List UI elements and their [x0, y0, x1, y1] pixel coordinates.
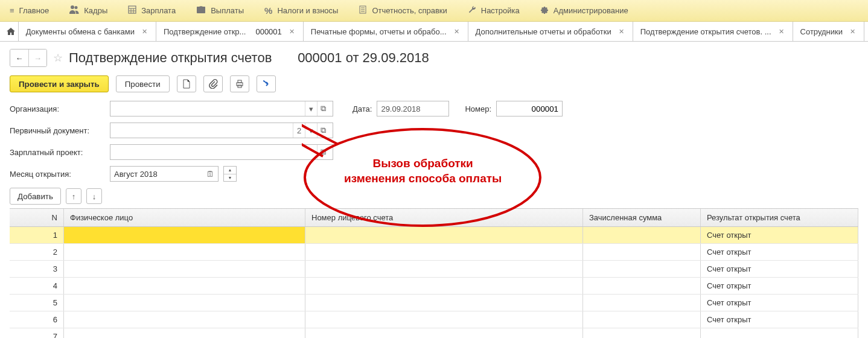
- th-person[interactable]: Физическое лицо: [64, 209, 305, 226]
- close-icon[interactable]: ✕: [617, 27, 625, 37]
- move-up-button[interactable]: ↑: [66, 188, 81, 204]
- menu-item-salary[interactable]: Зарплата: [124, 3, 179, 18]
- table-header: N Физическое лицо Номер лицевого счета З…: [10, 209, 858, 227]
- accounts-table: N Физическое лицо Номер лицевого счета З…: [10, 208, 858, 338]
- percent-icon: %: [264, 5, 272, 16]
- post-button[interactable]: Провести: [116, 75, 170, 92]
- cell-account: [305, 295, 583, 311]
- cell-result: Счет открыт: [701, 244, 858, 260]
- table-row[interactable]: 1Счет открыт: [10, 227, 858, 244]
- table-row[interactable]: 2Счет открыт: [10, 244, 858, 261]
- calculator-icon: [128, 5, 136, 16]
- process-arrow-icon-button[interactable]: [257, 75, 276, 92]
- spinner-up-icon[interactable]: ▲: [224, 167, 236, 174]
- open-ref-icon[interactable]: ⧉: [317, 101, 329, 116]
- tab-employees[interactable]: Сотрудники ✕: [793, 22, 864, 41]
- salary-project-label: Зарплатный проект:: [10, 148, 105, 157]
- cell-account: [305, 244, 583, 260]
- close-icon[interactable]: ✕: [849, 27, 857, 37]
- document-add-icon-button[interactable]: [177, 75, 196, 92]
- close-icon[interactable]: ✕: [453, 27, 461, 37]
- cell-sum: [583, 261, 701, 277]
- dropdown-icon[interactable]: ▾: [305, 101, 317, 116]
- menu-item-label: Кадры: [84, 6, 107, 15]
- menu-item-personnel[interactable]: Кадры: [66, 3, 111, 18]
- month-open-row: Месяц открытия: Август 2018 🗓 ▲ ▼: [10, 166, 858, 182]
- add-button[interactable]: Добавить: [10, 188, 61, 205]
- org-field[interactable]: ▾ ⧉: [110, 101, 333, 116]
- post-and-close-button[interactable]: Провести и закрыть: [10, 75, 109, 92]
- tab-additional-processing[interactable]: Дополнительные отчеты и обработки ✕: [468, 22, 633, 41]
- cell-person: [64, 227, 305, 243]
- close-icon[interactable]: ✕: [141, 27, 148, 37]
- action-row: Провести и закрыть Провести: [10, 75, 858, 92]
- open-ref-icon[interactable]: ⧉: [317, 145, 329, 159]
- table-row[interactable]: 6Счет открыт: [10, 311, 858, 328]
- close-icon[interactable]: ✕: [777, 27, 785, 37]
- nav-title-row: ← → ☆ Подтверждение открытия счетов 0000…: [10, 49, 858, 67]
- tab-print-forms[interactable]: Печатные формы, отчеты и обрабо... ✕: [304, 22, 468, 41]
- attach-icon-button[interactable]: [203, 75, 223, 92]
- cell-n: 7: [10, 328, 64, 338]
- nav-back-button[interactable]: ←: [10, 49, 28, 66]
- spinner-down-icon[interactable]: ▼: [224, 174, 236, 182]
- cell-person: [64, 244, 305, 260]
- table-row[interactable]: 4Счет открыт: [10, 278, 858, 295]
- menu-item-label: Отчетность, справки: [372, 6, 447, 15]
- print-icon-button[interactable]: [230, 75, 249, 92]
- tab-documents-exchange[interactable]: Документы обмена с банками ✕: [19, 22, 156, 41]
- salary-project-field[interactable]: ⧉: [110, 144, 333, 160]
- org-label: Организация:: [10, 104, 105, 113]
- number-field[interactable]: [496, 101, 563, 116]
- tab-confirmation-open[interactable]: Подтверждение откр... 000001 ✕: [156, 22, 304, 41]
- move-down-button[interactable]: ↓: [86, 188, 102, 204]
- menu-item-settings[interactable]: Настройка: [464, 3, 523, 18]
- tab-number: 000001: [255, 27, 281, 36]
- table-row[interactable]: 5Счет открыт: [10, 295, 858, 311]
- th-result[interactable]: Результат открытия счета: [701, 209, 858, 226]
- primary-doc-field[interactable]: 2 ▾ ⧉: [110, 123, 333, 138]
- th-n[interactable]: N: [10, 209, 64, 226]
- content-area: Вызов обработки изменения способа оплаты…: [0, 42, 868, 338]
- cell-account: [305, 328, 583, 338]
- th-sum[interactable]: Зачисленная сумма: [583, 209, 701, 226]
- cell-result: Счет открыт: [701, 295, 858, 311]
- nav-buttons: ← →: [10, 49, 47, 67]
- menu-item-payments[interactable]: Выплаты: [193, 3, 247, 18]
- menu-item-taxes[interactable]: % Налоги и взносы: [261, 3, 342, 18]
- dropdown-icon[interactable]: ▾: [305, 123, 317, 138]
- cell-sum: [583, 278, 701, 294]
- gear-icon: [540, 5, 549, 16]
- cell-result: Счет открыт: [701, 311, 858, 328]
- cell-sum: [583, 295, 701, 311]
- cell-person: [64, 295, 305, 311]
- table-toolbar: Добавить ↑ ↓: [10, 188, 858, 205]
- tab-confirmation-accounts[interactable]: Подтверждение открытия счетов. ... ✕: [633, 22, 793, 41]
- month-value: Август 2018: [114, 170, 158, 179]
- month-spinner[interactable]: ▲ ▼: [223, 166, 237, 182]
- number-label: Номер:: [465, 104, 491, 113]
- home-tab[interactable]: [4, 22, 19, 41]
- menu-item-admin[interactable]: Администрирование: [537, 3, 632, 18]
- tab-label: Подтверждение откр...: [164, 27, 246, 36]
- table-row[interactable]: 7: [10, 328, 858, 338]
- menu-item-main[interactable]: ≡ Главное: [6, 4, 53, 18]
- title-main: Подтверждение открытия счетов: [69, 50, 272, 65]
- cell-n: 5: [10, 295, 64, 311]
- salary-project-row: Зарплатный проект: ⧉: [10, 144, 858, 160]
- date-field[interactable]: 29.09.2018: [377, 101, 449, 116]
- cell-n: 3: [10, 261, 64, 277]
- th-account[interactable]: Номер лицевого счета: [305, 209, 583, 226]
- table-row[interactable]: 3Счет открыт: [10, 261, 858, 278]
- cell-account: [305, 311, 583, 328]
- menu-item-reports[interactable]: Отчетность, справки: [355, 3, 450, 18]
- menu-item-label: Зарплата: [141, 6, 176, 15]
- cell-n: 2: [10, 244, 64, 260]
- open-ref-icon[interactable]: ⧉: [317, 123, 329, 138]
- calendar-icon[interactable]: 🗓: [206, 170, 214, 179]
- briefcase-icon: [196, 5, 206, 16]
- favorite-star-icon[interactable]: ☆: [53, 51, 63, 65]
- nav-forward-button[interactable]: →: [28, 49, 46, 66]
- month-field[interactable]: Август 2018 🗓: [110, 166, 219, 182]
- close-icon[interactable]: ✕: [288, 27, 296, 37]
